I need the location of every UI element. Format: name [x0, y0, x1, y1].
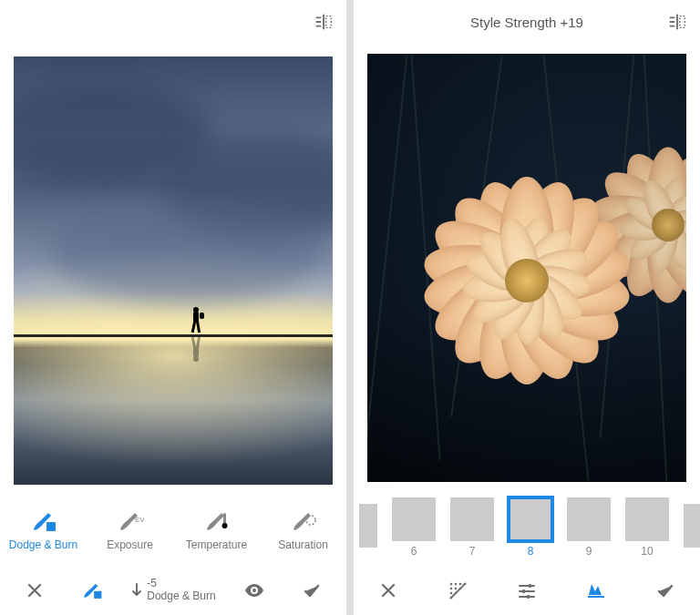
- svg-point-13: [459, 582, 462, 585]
- adjust-label: Dodge & Burn: [147, 590, 215, 602]
- cancel-button[interactable]: [370, 572, 407, 609]
- svg-line-21: [450, 583, 466, 599]
- visibility-toggle[interactable]: [236, 572, 273, 609]
- svg-point-18: [450, 591, 453, 594]
- tool-dodge-burn[interactable]: Dodge & Burn: [5, 509, 83, 551]
- preset-label: 6: [411, 545, 417, 558]
- topbar-left: [0, 0, 346, 44]
- tool-label: Saturation: [278, 538, 328, 551]
- preset-5-partial[interactable]: [359, 504, 377, 551]
- flower-main: [417, 171, 636, 390]
- preset-6[interactable]: 6: [392, 497, 436, 558]
- image-canvas-left[interactable]: [0, 44, 346, 497]
- topbar-right: Style Strength +19: [354, 0, 700, 44]
- svg-point-11: [450, 582, 453, 585]
- preset-10[interactable]: 10: [625, 497, 669, 558]
- preset-label: 9: [586, 545, 592, 558]
- image-canvas-right[interactable]: [354, 44, 700, 491]
- action-row-left: -5 Dodge & Burn: [0, 564, 346, 615]
- tool-temperature[interactable]: Temperature: [178, 509, 256, 551]
- preset-8[interactable]: 8: [509, 497, 552, 558]
- apply-button[interactable]: [647, 572, 684, 609]
- preset-7[interactable]: 7: [450, 497, 494, 558]
- preset-label: 10: [641, 545, 653, 558]
- apply-button[interactable]: [293, 572, 330, 609]
- compare-icon[interactable]: [667, 12, 687, 32]
- preset-strip[interactable]: 6 7 8 9 10: [354, 491, 700, 564]
- svg-rect-27: [527, 595, 530, 599]
- preset-9[interactable]: 9: [567, 497, 611, 558]
- tool-label: Dodge & Burn: [9, 538, 77, 551]
- texture-button[interactable]: [439, 572, 476, 609]
- adjust-value-button[interactable]: -5 Dodge & Burn: [130, 578, 215, 601]
- preset-label: 7: [469, 545, 476, 558]
- svg-point-12: [455, 582, 458, 585]
- adjust-value: -5: [147, 578, 157, 589]
- cancel-button[interactable]: [16, 572, 53, 609]
- brush-sat-icon: [290, 509, 317, 533]
- active-brush-indicator[interactable]: [74, 572, 110, 609]
- action-row-right: [354, 564, 700, 615]
- tool-label: Temperature: [186, 538, 247, 551]
- svg-text:EV: EV: [135, 516, 144, 524]
- editor-pane-brush: Dodge & Burn EV Exposure Temperature Sat…: [0, 0, 346, 615]
- svg-rect-10: [680, 16, 685, 28]
- brush-ev-icon: EV: [117, 509, 144, 533]
- tool-saturation[interactable]: Saturation: [264, 509, 343, 551]
- svg-point-16: [455, 587, 458, 589]
- svg-point-9: [252, 589, 256, 592]
- topbar-title-right: Style Strength +19: [354, 15, 700, 30]
- styles-button[interactable]: [578, 572, 614, 609]
- brush-icon: [30, 509, 57, 533]
- svg-rect-25: [529, 584, 531, 588]
- preset-label: 8: [528, 545, 534, 558]
- svg-rect-4: [223, 513, 226, 524]
- preset-11-partial[interactable]: [684, 504, 700, 551]
- compare-icon[interactable]: [314, 12, 334, 32]
- svg-rect-28: [588, 596, 604, 598]
- editor-pane-style: Style Strength +19 6 7: [354, 0, 700, 615]
- sliders-button[interactable]: [509, 572, 545, 609]
- photo-flower: [367, 54, 686, 482]
- svg-rect-0: [326, 16, 332, 28]
- tool-exposure[interactable]: EV Exposure: [91, 509, 170, 551]
- svg-point-15: [450, 587, 453, 589]
- brush-tool-row: Dodge & Burn EV Exposure Temperature Sat…: [0, 497, 346, 564]
- tool-label: Exposure: [107, 538, 153, 551]
- silhouette-person: [190, 307, 202, 334]
- svg-rect-26: [522, 589, 525, 593]
- brush-temp-icon: [203, 509, 231, 533]
- photo-beach: [14, 56, 333, 485]
- svg-point-5: [221, 523, 227, 528]
